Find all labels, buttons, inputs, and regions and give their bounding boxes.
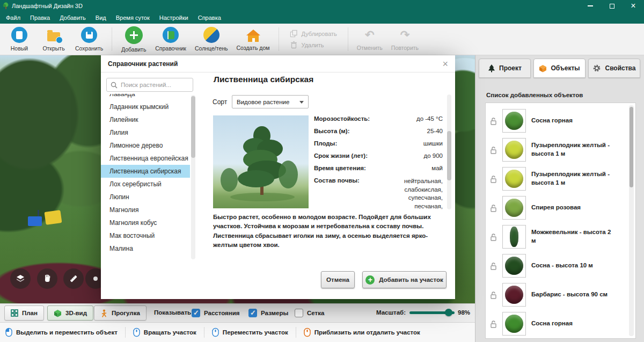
mouse-wheel-icon [304,328,311,337]
plant-list-item[interactable]: Магнолия кобус [101,216,190,229]
tab-3d-view[interactable]: 3D-вид [47,305,93,321]
menu-file[interactable]: Файл [1,12,25,24]
plant-list-item-selected[interactable]: Лиственница сибирская [101,165,190,178]
create-house-button[interactable]: Создать дом [232,24,274,54]
plant-list-item[interactable]: Малина [101,242,190,255]
unlock-icon[interactable] [490,175,497,183]
checkbox-sizes[interactable]: Размеры [248,309,288,317]
plant-list-item[interactable]: Лилия [101,126,190,139]
object-list-item[interactable]: Пузыреплодник желтый - высота 1 м [490,135,627,164]
unlock-icon[interactable] [490,146,497,154]
plant-list-item[interactable]: Мак восточный [101,229,190,242]
pan-hand-tool-button[interactable] [37,268,57,289]
plant-list-item[interactable]: Лиственница европейская [101,152,190,165]
plant-search[interactable] [106,78,193,92]
tab-properties[interactable]: Свойства [588,59,640,78]
close-button[interactable]: × [623,0,644,12]
checkbox-distances[interactable]: Расстояния [192,309,240,317]
plant-list-item[interactable]: Лимонное дерево [101,139,190,152]
tab-project[interactable]: Проект [479,59,531,78]
property-value: до -45 °C [416,115,443,122]
menu-add[interactable]: Добавить [55,12,91,24]
hint-rotate-plot: Вращать участок [133,328,196,337]
minimize-button[interactable] [580,0,601,12]
save-button[interactable]: Сохранить [71,24,107,54]
add-object-button[interactable]: Добавить [116,24,151,54]
restore-button[interactable] [601,0,623,12]
plus-icon [365,275,375,285]
plant-reference-button[interactable]: Справочник [151,24,191,54]
property-value: до 900 [424,152,443,159]
menu-view[interactable]: Вид [91,12,111,24]
object-list-item[interactable]: Сосна - высота 10 м [490,251,627,280]
scale-slider[interactable] [409,311,455,314]
dialog-close-icon[interactable]: × [442,59,448,69]
object-list-item[interactable]: Сосна горная [490,106,627,135]
object-list-scrollbar[interactable] [629,105,634,336]
larch-tree-image [213,115,309,208]
checkbox-icon[interactable] [295,309,303,317]
search-input[interactable] [121,82,184,88]
unlock-icon[interactable] [490,233,497,241]
delete-button[interactable]: Удалить [290,41,337,49]
plant-list-item[interactable]: Лох серебристый [101,178,190,191]
menu-edit[interactable]: Правка [25,12,55,24]
tab-objects[interactable]: Объекты [533,59,586,78]
cancel-button[interactable]: Отмена [321,271,355,288]
book-icon [163,27,179,43]
layers-tool-button[interactable] [10,268,31,289]
tab-plan[interactable]: План [4,305,44,321]
object-thumbnail [502,225,526,249]
object-name: Пузыреплодник желтый - высота 1 м [531,141,612,158]
unlock-icon[interactable] [490,320,497,328]
show-label: Показывать: [154,309,193,316]
plant-list-item[interactable]: Люпин [101,191,190,203]
scrollbar-thumb[interactable] [447,131,451,180]
plant-list-item[interactable]: Лаванда [101,94,190,100]
sort-select[interactable]: Видовое растение [232,95,309,108]
new-button[interactable]: Новый [2,24,36,54]
ruler-tool-button[interactable] [63,268,84,289]
menu-help[interactable]: Справка [193,12,226,24]
sun-shadow-button[interactable]: Солнце/тень [191,24,232,54]
undo-icon: ↶ [362,27,377,42]
checkbox-icon[interactable] [192,309,200,317]
undo-button[interactable]: ↶ Отменить [353,24,387,54]
unlock-icon[interactable] [490,204,497,212]
unlock-icon[interactable] [490,291,497,299]
scrollbar-thumb[interactable] [191,96,195,158]
checkbox-icon[interactable] [248,309,257,317]
plant-list-item[interactable]: Ладанник крымский [101,100,190,113]
unlock-icon[interactable] [490,262,497,270]
properties-scrollbar[interactable] [447,94,451,209]
menu-settings[interactable]: Настройки [155,12,193,24]
plant-list-scrollbar[interactable] [191,95,195,259]
redo-button[interactable]: ↷ Повторить [387,24,423,54]
object-list-item[interactable]: Спирея розовая [490,193,627,222]
object-name: Можжевельник - высота 2 м [531,228,612,245]
toolbar: Новый Открыть Сохранить Добавить Справоч… [0,24,644,55]
tool-icon [91,274,100,283]
object-list-item[interactable]: Барбарис - высота 90 см [490,280,627,309]
menu-daytime[interactable]: Время суток [111,12,155,24]
checkbox-grid[interactable]: Сетка [295,309,324,317]
tab-walk[interactable]: Прогулка [94,305,147,321]
plant-list-item[interactable]: Магнолия [101,203,190,216]
sort-select-value: Видовое растение [237,99,289,105]
dialog-header: Справочник растений × [101,55,455,72]
object-list-item[interactable]: Можжевельник - высота 2 м [490,222,627,251]
unlock-icon[interactable] [490,117,497,125]
object-list-item[interactable]: Сосна горная [490,309,627,338]
object-list-item[interactable]: Пузыреплодник желтый - высота 1 м [490,164,627,193]
slider-handle[interactable] [445,309,452,316]
duplicate-button[interactable]: Дублировать [290,30,337,38]
scrollbar-thumb[interactable] [630,107,633,187]
object-name: Сосна горная [531,319,612,328]
add-to-plot-button[interactable]: Добавить на участок [362,271,447,288]
property-value: 25-40 [427,128,443,134]
property-label: Состав почвы: [314,177,360,210]
object-thumbnail [502,109,526,133]
object-name: Спирея розовая [531,203,612,212]
open-button[interactable]: Открыть [36,24,71,54]
plant-list-item[interactable]: Лилейник [101,113,190,126]
